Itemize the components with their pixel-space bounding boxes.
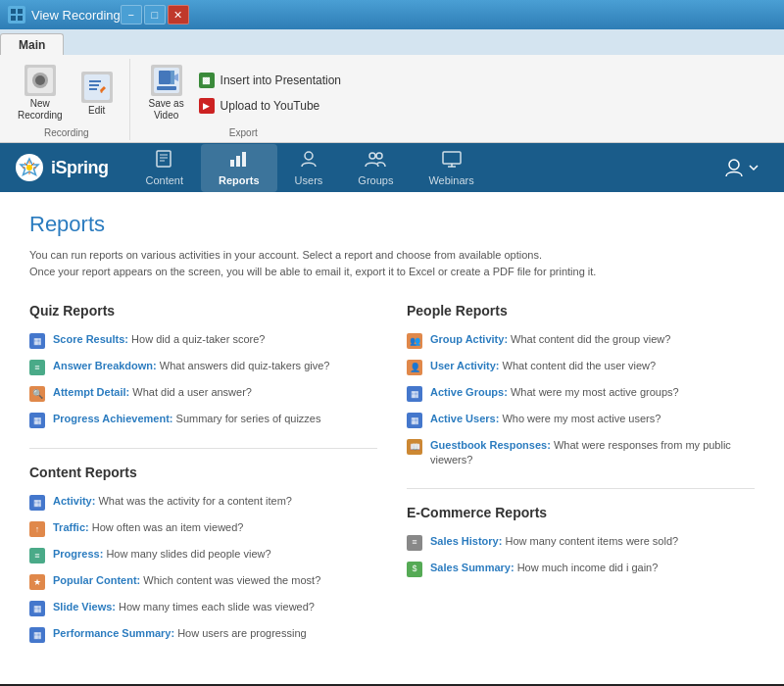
- performance-summary-icon: ▦: [29, 627, 45, 643]
- slide-views-item[interactable]: ▦ Slide Views: How many times each slide…: [29, 600, 377, 616]
- attempt-detail-item[interactable]: 🔍 Attempt Detail: What did a user answer…: [29, 385, 377, 402]
- minimize-button[interactable]: −: [121, 5, 142, 24]
- page-title: Reports: [29, 212, 755, 237]
- active-users-item[interactable]: ▦ Active Users: Who were my most active …: [407, 412, 755, 428]
- right-column: People Reports 👥 Group Activity: What co…: [407, 303, 755, 672]
- people-reports-section: People Reports 👥 Group Activity: What co…: [407, 303, 755, 468]
- activity-icon: ▦: [29, 495, 45, 511]
- insert-presentation-button[interactable]: ▩ Insert into Presentation: [195, 71, 345, 90]
- new-recording-label: NewRecording: [18, 98, 63, 122]
- new-recording-button[interactable]: NewRecording: [12, 61, 69, 125]
- title-bar: View Recording − □ ✕: [0, 0, 784, 29]
- app-icon: [8, 6, 25, 24]
- quiz-reports-section: Quiz Reports ▦ Score Results: How did a …: [29, 303, 377, 653]
- nav-item-users[interactable]: Users: [277, 144, 341, 192]
- sales-history-item[interactable]: ≡ Sales History: How many content items …: [407, 534, 755, 551]
- guestbook-responses-item[interactable]: 📖 Guestbook Responses: What were respons…: [407, 438, 755, 468]
- new-recording-icon: [24, 65, 56, 96]
- users-icon: [299, 150, 318, 172]
- svg-marker-13: [171, 71, 174, 84]
- svg-rect-22: [236, 156, 240, 167]
- active-groups-item[interactable]: ▦ Active Groups: What were my most activ…: [407, 385, 755, 402]
- svg-point-24: [305, 152, 313, 160]
- sales-history-icon: ≡: [407, 535, 422, 551]
- svg-rect-3: [18, 16, 23, 21]
- webinars-icon: [441, 150, 463, 172]
- slide-views-icon: ▦: [29, 601, 45, 616]
- recording-group-label: Recording: [44, 127, 89, 138]
- performance-summary-item[interactable]: ▦ Performance Summary: How users are pro…: [29, 626, 377, 643]
- svg-rect-7: [84, 74, 110, 100]
- nav-logo: iSpring: [16, 154, 109, 181]
- export-group-items: Save asVideo ▩ Insert into Presentation …: [142, 61, 345, 125]
- group-activity-icon: 👥: [407, 333, 422, 349]
- svg-rect-14: [157, 86, 176, 90]
- nav-item-reports[interactable]: Reports: [201, 144, 277, 192]
- quiz-reports-title: Quiz Reports: [29, 303, 377, 318]
- ribbon-tab-main[interactable]: Main: [0, 33, 64, 55]
- ribbon-content: NewRecording Edit: [0, 55, 784, 142]
- answer-breakdown-item[interactable]: ≡ Answer Breakdown: What answers did qui…: [29, 359, 377, 375]
- ribbon: Main NewRecording: [0, 29, 784, 143]
- save-as-video-button[interactable]: Save asVideo: [142, 61, 191, 125]
- ribbon-group-export: Save asVideo ▩ Insert into Presentation …: [134, 59, 353, 140]
- ecommerce-reports-section: E-Commerce Reports ≡ Sales History: How …: [407, 505, 755, 577]
- user-activity-item[interactable]: 👤 User Activity: What content did the us…: [407, 359, 755, 375]
- people-reports-title: People Reports: [407, 303, 755, 318]
- svg-rect-10: [89, 88, 97, 90]
- nav-item-groups[interactable]: Groups: [340, 144, 411, 192]
- groups-icon: [365, 150, 386, 172]
- edit-label: Edit: [88, 105, 105, 116]
- edit-button[interactable]: Edit: [73, 68, 122, 120]
- svg-rect-1: [18, 9, 23, 14]
- svg-rect-9: [89, 84, 99, 86]
- traffic-item[interactable]: ↑ Traffic: How often was an item viewed?: [29, 520, 377, 537]
- ribbon-tabs: Main: [0, 29, 784, 55]
- nav-item-content[interactable]: Content: [128, 144, 202, 192]
- nav-item-webinars[interactable]: Webinars: [411, 144, 491, 192]
- user-menu-button[interactable]: [713, 151, 768, 184]
- reports-grid: Quiz Reports ▦ Score Results: How did a …: [29, 303, 755, 672]
- svg-point-26: [376, 153, 382, 159]
- svg-rect-2: [11, 16, 16, 21]
- content-divider: [29, 448, 377, 449]
- svg-rect-8: [89, 80, 101, 82]
- reports-icon: [229, 150, 249, 172]
- insert-presentation-label: Insert into Presentation: [220, 74, 341, 87]
- recording-group-items: NewRecording Edit: [12, 61, 122, 125]
- page-description: You can run reports on various activitie…: [29, 247, 755, 279]
- score-results-item[interactable]: ▦ Score Results: How did a quiz-taker sc…: [29, 332, 377, 349]
- title-bar-text: View Recording: [31, 8, 121, 23]
- answer-breakdown-icon: ≡: [29, 360, 45, 375]
- ecommerce-reports-title: E-Commerce Reports: [407, 505, 755, 520]
- progress-achievement-item[interactable]: ▦ Progress Achievement: Summary for seri…: [29, 412, 377, 428]
- nav-users-label: Users: [295, 174, 323, 186]
- sales-summary-item[interactable]: $ Sales Summary: How much income did i g…: [407, 561, 755, 577]
- insert-presentation-icon: ▩: [199, 73, 215, 88]
- progress-achievement-icon: ▦: [29, 413, 45, 428]
- activity-item[interactable]: ▦ Activity: What was the activity for a …: [29, 494, 377, 511]
- ecommerce-divider: [407, 488, 755, 489]
- progress-icon: ≡: [29, 548, 45, 564]
- guestbook-responses-icon: 📖: [407, 439, 422, 455]
- maximize-button[interactable]: □: [144, 5, 166, 24]
- main-content: Reports You can run reports on various a…: [0, 192, 784, 684]
- svg-rect-17: [157, 151, 171, 167]
- nav-groups-label: Groups: [358, 174, 393, 186]
- popular-content-item[interactable]: ★ Popular Content: Which content was vie…: [29, 573, 377, 590]
- close-button[interactable]: ✕: [168, 5, 189, 24]
- group-activity-item[interactable]: 👥 Group Activity: What content did the g…: [407, 332, 755, 349]
- nav-webinars-label: Webinars: [428, 174, 473, 186]
- svg-rect-12: [159, 71, 171, 84]
- upload-youtube-button[interactable]: ▶ Upload to YouTube: [195, 96, 345, 116]
- content-icon: [155, 150, 174, 172]
- content-reports-title: Content Reports: [29, 465, 377, 480]
- svg-rect-23: [242, 152, 246, 167]
- score-results-icon: ▦: [29, 333, 45, 349]
- export-items-column: ▩ Insert into Presentation ▶ Upload to Y…: [195, 71, 345, 116]
- ispring-logo-icon: [16, 154, 43, 181]
- nav-content-label: Content: [146, 174, 184, 186]
- svg-rect-27: [443, 152, 461, 164]
- upload-youtube-label: Upload to YouTube: [220, 99, 320, 113]
- progress-item[interactable]: ≡ Progress: How many slides did people v…: [29, 547, 377, 564]
